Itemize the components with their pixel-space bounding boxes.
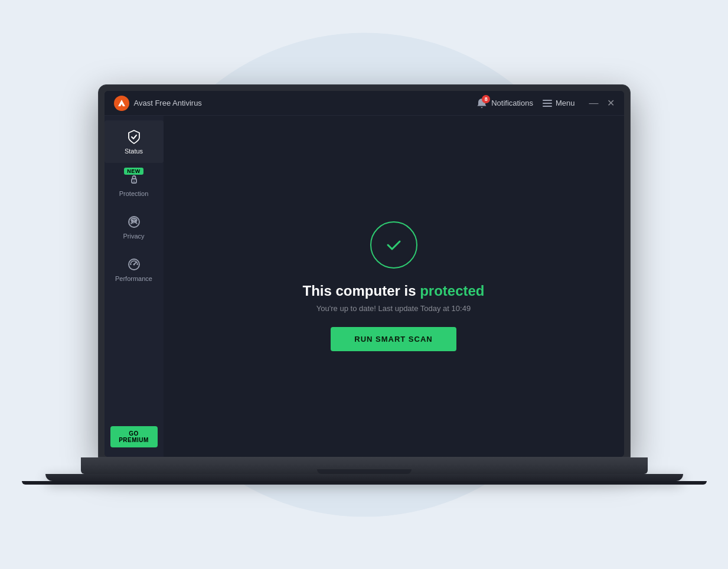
svg-point-11	[133, 264, 135, 266]
bell-icon: 8	[476, 97, 488, 109]
laptop-stand	[45, 474, 683, 481]
status-heading-word: protected	[420, 283, 484, 299]
title-bar: Avast Free Antivirus 8 Notifications	[105, 91, 624, 116]
status-subtext: You're up to date! Last update Today at …	[316, 304, 471, 313]
notifications-button[interactable]: 8 Notifications	[476, 97, 533, 109]
protection-status-circle	[370, 221, 417, 269]
svg-point-4	[133, 181, 135, 182]
title-bar-actions: 8 Notifications Menu —	[476, 97, 614, 109]
avast-logo-icon	[117, 99, 126, 108]
app-logo	[114, 96, 129, 111]
app-body: Status NEW Protection	[105, 116, 624, 457]
sidebar-item-status[interactable]: Status	[105, 120, 164, 163]
protection-label: Protection	[119, 190, 149, 197]
status-heading: This computer is protected	[302, 283, 484, 299]
checkmark-icon	[382, 233, 406, 257]
go-premium-button[interactable]: GO PREMIUM	[110, 426, 158, 447]
performance-icon	[126, 256, 142, 273]
laptop-wrapper: Avast Free Antivirus 8 Notifications	[22, 84, 707, 485]
notification-badge: 8	[482, 95, 490, 103]
status-label: Status	[125, 148, 143, 155]
notifications-label: Notifications	[491, 99, 533, 107]
laptop-screen: Avast Free Antivirus 8 Notifications	[105, 91, 624, 457]
status-heading-prefix: This computer is	[302, 283, 420, 299]
laptop-bezel: Avast Free Antivirus 8 Notifications	[98, 84, 631, 457]
svg-rect-2	[543, 106, 552, 107]
menu-icon	[543, 100, 552, 107]
close-button[interactable]: ✕	[607, 99, 615, 108]
app-title: Avast Free Antivirus	[134, 99, 476, 107]
menu-label: Menu	[556, 99, 575, 107]
sidebar: Status NEW Protection	[105, 116, 164, 457]
main-content: This computer is protected You're up to …	[164, 116, 624, 457]
laptop-base	[81, 457, 648, 474]
performance-label: Performance	[115, 275, 152, 282]
sidebar-item-privacy[interactable]: Privacy	[105, 205, 164, 248]
laptop-foot	[22, 481, 707, 485]
menu-button[interactable]: Menu	[543, 99, 575, 107]
svg-rect-1	[543, 103, 552, 104]
run-smart-scan-button[interactable]: RUN SMART SCAN	[331, 327, 456, 351]
sidebar-item-protection[interactable]: NEW Protection	[105, 163, 164, 205]
status-icon	[126, 129, 142, 145]
laptop-notch	[317, 469, 412, 474]
new-badge: NEW	[124, 168, 143, 175]
privacy-icon	[126, 214, 142, 230]
sidebar-item-performance[interactable]: Performance	[105, 248, 164, 290]
svg-rect-0	[543, 100, 552, 101]
privacy-label: Privacy	[123, 233, 144, 240]
window-controls: — ✕	[589, 99, 615, 108]
minimize-button[interactable]: —	[589, 99, 599, 108]
